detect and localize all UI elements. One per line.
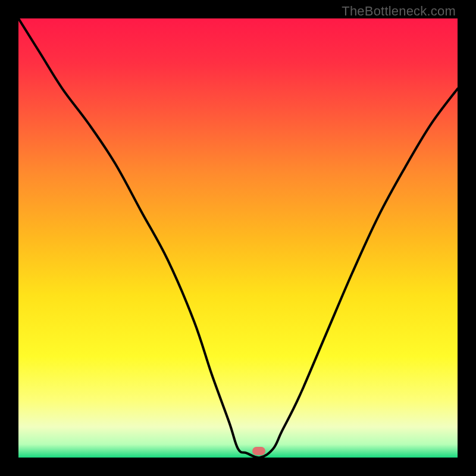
highlight-marker (252, 447, 265, 455)
chart-stage: TheBottleneck.com (0, 0, 476, 476)
background-gradient (18, 18, 458, 458)
svg-rect-0 (18, 18, 458, 458)
chart-plot-area (18, 18, 458, 458)
watermark-text: TheBottleneck.com (342, 4, 456, 19)
